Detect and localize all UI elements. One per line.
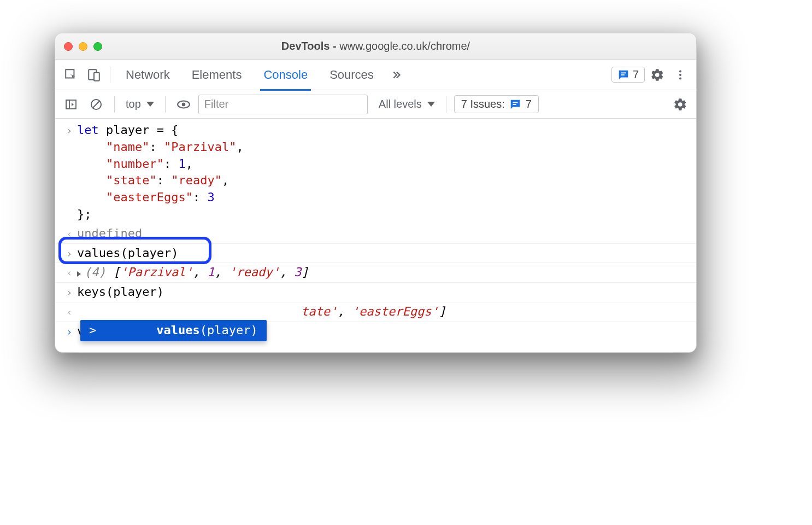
message-icon (509, 98, 521, 110)
svg-point-6 (679, 77, 681, 79)
window-controls (64, 42, 102, 51)
main-tabbar: Network Elements Console Sources 7 (55, 60, 696, 90)
svg-rect-13 (513, 102, 517, 103)
svg-rect-1 (94, 72, 99, 80)
separator (110, 67, 110, 83)
input-prompt-icon: › (62, 284, 77, 299)
tab-network[interactable]: Network (116, 60, 180, 90)
code-line: let player = { "name": "Parzival", "numb… (77, 122, 244, 223)
issues-label: 7 Issues: (461, 98, 505, 110)
settings-icon[interactable] (647, 65, 668, 85)
input-prompt-icon: › (62, 245, 77, 260)
window-title: DevTools - www.google.co.uk/chrome/ (55, 40, 696, 52)
filter-input[interactable]: Filter (198, 95, 368, 114)
output-undefined: undefined (77, 225, 142, 242)
console-input-row[interactable]: › values(player) (55, 244, 696, 264)
svg-rect-8 (66, 100, 69, 109)
console-body: › let player = { "name": "Parzival", "nu… (55, 119, 696, 352)
messages-badge[interactable]: 7 (611, 67, 645, 83)
chevron-down-icon (146, 102, 154, 107)
title-url: www.google.co.uk/chrome/ (339, 40, 470, 52)
output-prompt-icon: ‹ (62, 304, 77, 319)
autocomplete-suffix: (player) (200, 323, 258, 337)
filter-placeholder: Filter (204, 98, 228, 110)
maximize-window-button[interactable] (93, 42, 102, 51)
title-prefix: DevTools - (281, 40, 339, 52)
clear-console-icon[interactable] (86, 94, 107, 115)
console-toolbar: top Filter All levels 7 Issues: 7 (55, 90, 696, 119)
more-tabs-icon[interactable] (386, 65, 407, 85)
separator (165, 96, 166, 113)
code-line: values(player) (77, 245, 178, 262)
context-selector[interactable]: top (122, 97, 157, 112)
close-window-button[interactable] (64, 42, 73, 51)
chevron-down-icon (427, 102, 435, 107)
console-settings-icon[interactable] (670, 94, 691, 115)
separator (446, 96, 446, 113)
separator (114, 96, 115, 113)
console-output-row[interactable]: ‹ tate', 'easterEggs'] (55, 302, 696, 322)
issues-button[interactable]: 7 Issues: 7 (454, 95, 539, 113)
toggle-sidebar-icon[interactable] (61, 94, 81, 115)
inspect-element-icon[interactable] (61, 65, 81, 85)
array-output: (4) ['Parzival', 1, 'ready', 3] (77, 264, 309, 281)
levels-label: All levels (379, 98, 422, 110)
console-output-row: ‹ undefined (55, 224, 696, 244)
tab-sources[interactable]: Sources (320, 60, 384, 90)
tab-console[interactable]: Console (254, 60, 317, 90)
console-input-row[interactable]: › let player = { "name": "Parzival", "nu… (55, 121, 696, 224)
svg-rect-3 (621, 74, 624, 75)
autocomplete-chevron: > (89, 322, 96, 339)
minimize-window-button[interactable] (79, 42, 87, 51)
kebab-menu-icon[interactable] (670, 65, 691, 85)
output-prompt-icon: ‹ (62, 264, 77, 279)
svg-point-12 (182, 102, 186, 106)
svg-rect-2 (621, 72, 626, 73)
svg-rect-14 (513, 104, 516, 105)
svg-point-4 (679, 70, 681, 72)
message-icon (617, 69, 629, 81)
log-levels-selector[interactable]: All levels (375, 97, 438, 112)
devtools-window: DevTools - www.google.co.uk/chrome/ Netw… (55, 33, 697, 353)
live-expression-icon[interactable] (173, 94, 194, 115)
tab-elements[interactable]: Elements (182, 60, 252, 90)
svg-line-10 (93, 101, 99, 108)
console-output-row[interactable]: ‹ (4) ['Parzival', 1, 'ready', 3] (55, 263, 696, 283)
input-prompt-icon: › (62, 122, 77, 137)
input-prompt-icon: › (62, 323, 77, 339)
code-line: keys(player) (77, 284, 164, 301)
svg-point-5 (679, 73, 681, 75)
device-toolbar-icon[interactable] (84, 65, 104, 85)
console-input-row[interactable]: › keys(player) (55, 283, 696, 302)
autocomplete-match: values (156, 323, 199, 337)
autocomplete-popup[interactable]: >values(player) (80, 320, 267, 341)
messages-count: 7 (633, 68, 639, 81)
issues-count: 7 (526, 98, 532, 110)
array-output: tate', 'easterEggs'] (77, 304, 446, 320)
context-label: top (126, 98, 141, 110)
svg-rect-7 (66, 100, 76, 109)
titlebar: DevTools - www.google.co.uk/chrome/ (55, 33, 696, 60)
expand-icon[interactable] (77, 271, 81, 277)
output-prompt-icon: ‹ (62, 225, 77, 241)
